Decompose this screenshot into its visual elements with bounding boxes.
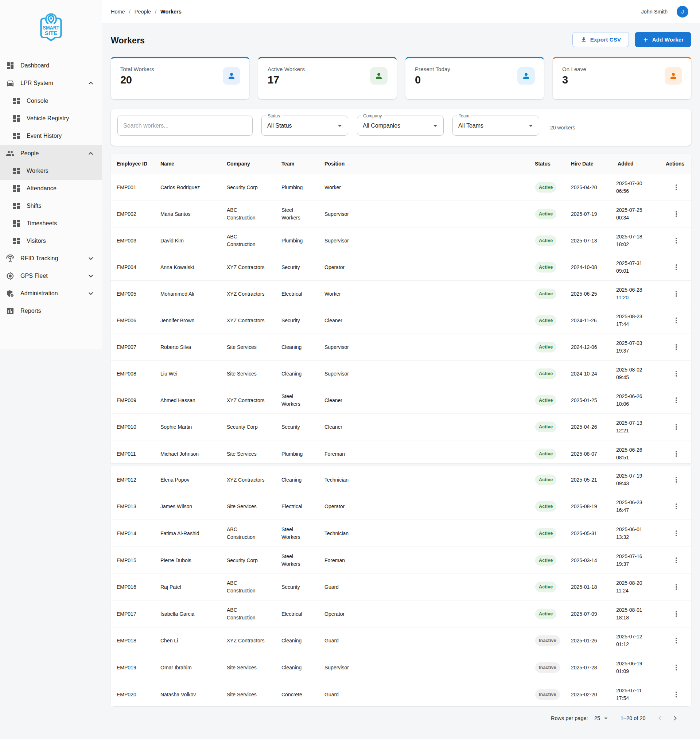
svg-text:SITE: SITE bbox=[45, 30, 57, 36]
